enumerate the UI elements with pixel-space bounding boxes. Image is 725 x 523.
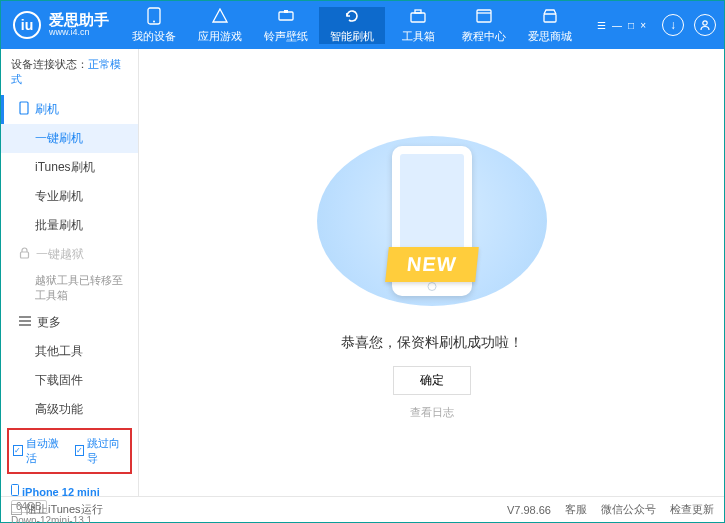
sparkle-icon: ✦: [334, 144, 346, 160]
svg-point-9: [703, 21, 707, 25]
store-icon: [541, 7, 559, 25]
wechat-link[interactable]: 微信公众号: [601, 502, 656, 517]
sidebar: 设备连接状态：正常模式 刷机 一键刷机 iTunes刷机 专业刷机 批量刷机 一…: [1, 49, 139, 496]
sidebar-group-jailbreak[interactable]: 一键越狱: [1, 240, 138, 269]
book-icon: [475, 7, 493, 25]
sidebar-item-itunes-flash[interactable]: iTunes刷机: [1, 153, 138, 182]
options-box: ✓自动激活 ✓跳过向导: [7, 428, 132, 474]
nav-toolbox[interactable]: 工具箱: [385, 7, 451, 44]
titlebar: iu 爱思助手 www.i4.cn 我的设备 应用游戏: [1, 1, 724, 49]
sidebar-item-oneclick-flash[interactable]: 一键刷机: [1, 124, 138, 153]
logo-block: iu 爱思助手 www.i4.cn: [1, 11, 121, 39]
svg-rect-15: [12, 484, 19, 495]
close-icon[interactable]: ×: [640, 20, 646, 31]
main-nav: 我的设备 应用游戏 铃声壁纸 智能刷机: [121, 7, 597, 44]
customer-service-link[interactable]: 客服: [565, 502, 587, 517]
sidebar-item-batch-flash[interactable]: 批量刷机: [1, 211, 138, 240]
main-content: ✦ ✦ ✦ NEW 恭喜您，保资料刷机成功啦！ 确定 查看日志: [139, 49, 724, 496]
toolbox-icon: [409, 7, 427, 25]
nav-tutorial[interactable]: 教程中心: [451, 7, 517, 44]
ok-button[interactable]: 确定: [393, 366, 471, 395]
titlebar-right: ☰ — □ × ↓: [597, 14, 724, 36]
sidebar-group-more[interactable]: 更多: [1, 308, 138, 337]
app-url: www.i4.cn: [49, 28, 109, 38]
lock-icon: [19, 247, 30, 262]
illustration: ✦ ✦ ✦ NEW: [302, 126, 562, 316]
download-icon[interactable]: ↓: [662, 14, 684, 36]
success-message: 恭喜您，保资料刷机成功啦！: [341, 334, 523, 352]
new-ribbon: NEW: [385, 247, 478, 282]
ringtone-icon: [277, 7, 295, 25]
svg-rect-5: [415, 10, 421, 13]
maximize-icon[interactable]: □: [628, 20, 634, 31]
svg-rect-4: [411, 13, 425, 22]
svg-rect-8: [544, 14, 556, 22]
sidebar-item-pro-flash[interactable]: 专业刷机: [1, 182, 138, 211]
nav-store[interactable]: 爱思商城: [517, 7, 583, 44]
nav-my-device[interactable]: 我的设备: [121, 7, 187, 44]
checkbox-skip-guide[interactable]: ✓跳过向导: [75, 436, 127, 466]
svg-rect-2: [279, 12, 293, 20]
sidebar-item-other-tools[interactable]: 其他工具: [1, 337, 138, 366]
phone-icon: [145, 7, 163, 25]
svg-rect-10: [20, 102, 28, 114]
nav-apps[interactable]: 应用游戏: [187, 7, 253, 44]
svg-rect-3: [284, 10, 288, 13]
version-label: V7.98.66: [507, 504, 551, 516]
sparkle-icon: ✦: [507, 138, 522, 160]
logo-icon: iu: [13, 11, 41, 39]
sidebar-item-download-firmware[interactable]: 下载固件: [1, 366, 138, 395]
sidebar-group-flash[interactable]: 刷机: [1, 95, 138, 124]
view-log-link[interactable]: 查看日志: [410, 405, 454, 420]
checkbox-auto-activate[interactable]: ✓自动激活: [13, 436, 65, 466]
checkbox-block-itunes[interactable]: 阻止iTunes运行: [11, 502, 103, 517]
statusbar: 阻止iTunes运行 V7.98.66 客服 微信公众号 检查更新: [1, 496, 724, 522]
check-update-link[interactable]: 检查更新: [670, 502, 714, 517]
svg-point-1: [153, 20, 155, 22]
phone-small-icon: [19, 101, 29, 118]
minimize-icon[interactable]: —: [612, 20, 622, 31]
sparkle-icon: ✦: [322, 285, 330, 296]
more-icon: [19, 315, 31, 329]
app-icon: [211, 7, 229, 25]
device-status: 设备连接状态：正常模式: [1, 49, 138, 95]
sidebar-item-advanced[interactable]: 高级功能: [1, 395, 138, 424]
user-icon[interactable]: [694, 14, 716, 36]
nav-flash[interactable]: 智能刷机: [319, 7, 385, 44]
nav-ringtone[interactable]: 铃声壁纸: [253, 7, 319, 44]
svg-rect-6: [477, 10, 491, 22]
menu-icon[interactable]: ☰: [597, 20, 606, 31]
jailbreak-note: 越狱工具已转移至工具箱: [1, 269, 138, 308]
svg-rect-11: [21, 252, 29, 258]
refresh-icon: [343, 7, 361, 25]
app-name: 爱思助手: [49, 12, 109, 29]
